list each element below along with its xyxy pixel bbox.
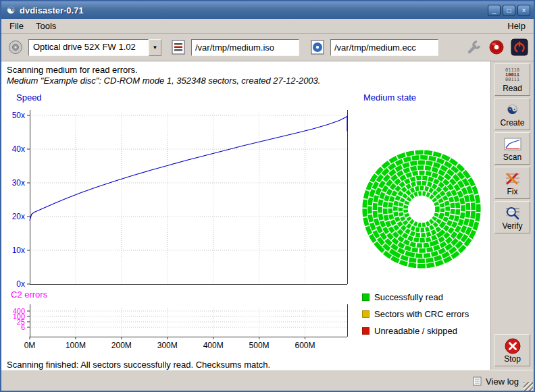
menu-help[interactable]: Help — [501, 20, 532, 32]
legend-label-success: Successfully read — [374, 292, 443, 302]
scan-button[interactable]: Scan — [494, 132, 530, 165]
verify-label: Verify — [502, 222, 522, 231]
drive-select-value[interactable]: Optical drive 52X FW 1.02 — [28, 39, 149, 56]
svg-text:200M: 200M — [111, 341, 132, 350]
app-yinyang-icon: ☯ — [5, 5, 17, 16]
speed-chart-title: Speed — [16, 92, 42, 103]
medium-state-title: Medium state — [363, 92, 416, 103]
svg-text:500M: 500M — [249, 341, 270, 350]
legend-swatch-success — [362, 293, 370, 301]
stop-label: Stop — [504, 355, 521, 364]
verify-magnifier-icon — [505, 204, 521, 222]
titlebar: ☯ dvdisaster-0.71 _ □ × — [1, 1, 534, 19]
app-window: ☯ dvdisaster-0.71 _ □ × File Tools Help … — [0, 0, 535, 392]
finished-status: Scanning finished: All sectors successfu… — [7, 360, 270, 370]
legend-swatch-crc — [362, 310, 370, 318]
svg-text:300M: 300M — [157, 341, 178, 350]
maximize-button[interactable]: □ — [503, 5, 515, 16]
svg-text:600M: 600M — [295, 341, 315, 350]
view-log-button[interactable]: View log — [470, 375, 521, 388]
status-line-1: Scanning medium for read errors. — [7, 65, 138, 75]
main-panel: Scanning medium for read errors. Medium … — [1, 61, 490, 370]
fix-button[interactable]: Fix — [494, 167, 530, 199]
svg-text:20x: 20x — [12, 212, 25, 221]
legend-item-unreadable: Unreadable / skipped — [362, 326, 469, 336]
legend-label-unreadable: Unreadable / skipped — [374, 326, 457, 336]
menubar: File Tools Help — [1, 19, 534, 34]
menu-file[interactable]: File — [3, 20, 30, 32]
legend-label-crc: Sectors with CRC errors — [374, 309, 469, 319]
iso-file-icon — [170, 38, 187, 56]
legend-item-success: Successfully read — [362, 292, 469, 302]
read-label: Read — [503, 84, 522, 93]
preferences-wrench-icon[interactable] — [465, 38, 482, 56]
menu-tools[interactable]: Tools — [30, 20, 62, 32]
svg-text:6: 6 — [21, 323, 25, 331]
bottom-statusbar: View log — [1, 370, 534, 392]
content-area: Scanning medium for read errors. Medium … — [1, 61, 534, 370]
svg-text:10x: 10x — [12, 246, 25, 255]
c2-errors-title: C2 errors — [11, 289, 47, 300]
binary-read-icon: 01110 10011 00111 — [505, 67, 519, 84]
svg-text:0x: 0x — [16, 279, 25, 289]
view-log-label: View log — [486, 376, 519, 387]
log-page-icon — [473, 376, 482, 386]
medium-state-legend: Successfully read Sectors with CRC error… — [362, 292, 469, 343]
dropdown-arrow-icon[interactable]: ▼ — [149, 39, 161, 56]
yinyang-create-icon: ☯ — [507, 101, 518, 119]
resize-grip[interactable] — [524, 382, 533, 391]
legend-item-crc: Sectors with CRC errors — [362, 309, 469, 319]
create-label: Create — [500, 119, 524, 128]
svg-text:40x: 40x — [12, 144, 25, 154]
read-button[interactable]: 01110 10011 00111 Read — [494, 63, 530, 96]
ecc-path-input[interactable] — [330, 39, 438, 56]
legend-swatch-unreadable — [362, 327, 370, 335]
minimize-button[interactable]: _ — [488, 5, 501, 16]
ecc-file-icon — [309, 38, 326, 56]
iso-path-input[interactable] — [191, 39, 299, 56]
fix-tools-icon — [505, 170, 521, 188]
drive-select[interactable]: Optical drive 52X FW 1.02 ▼ — [28, 39, 161, 56]
toolbar: Optical drive 52X FW 1.02 ▼ — [1, 34, 534, 61]
c2-chart: 4001002560M100M200M300M400M500M600M — [1, 302, 353, 354]
close-button[interactable]: × — [517, 5, 530, 16]
stop-button[interactable]: Stop — [494, 334, 530, 366]
fix-label: Fix — [507, 188, 518, 196]
svg-text:400M: 400M — [203, 341, 224, 350]
stop-x-icon — [504, 337, 521, 355]
scan-label: Scan — [503, 153, 521, 162]
svg-text:100M: 100M — [66, 341, 86, 350]
scan-curve-icon — [504, 136, 521, 153]
action-sidebar: 01110 10011 00111 Read ☯ Create — [490, 61, 534, 370]
svg-text:30x: 30x — [12, 178, 25, 188]
medium-state-disc — [357, 145, 486, 273]
help-disc-icon[interactable] — [488, 38, 505, 56]
create-button[interactable]: ☯ Create — [494, 98, 530, 130]
speed-chart: 0x10x20x30x40x50x — [1, 107, 353, 291]
drive-icon — [7, 38, 24, 56]
window-title: dvdisaster-0.71 — [20, 5, 486, 16]
svg-text:0M: 0M — [24, 341, 36, 350]
status-line-2: Medium "Example disc": CD-ROM mode 1, 35… — [7, 76, 320, 86]
verify-button[interactable]: Verify — [494, 201, 530, 233]
quit-power-icon[interactable] — [511, 38, 528, 56]
svg-text:50x: 50x — [12, 111, 25, 120]
